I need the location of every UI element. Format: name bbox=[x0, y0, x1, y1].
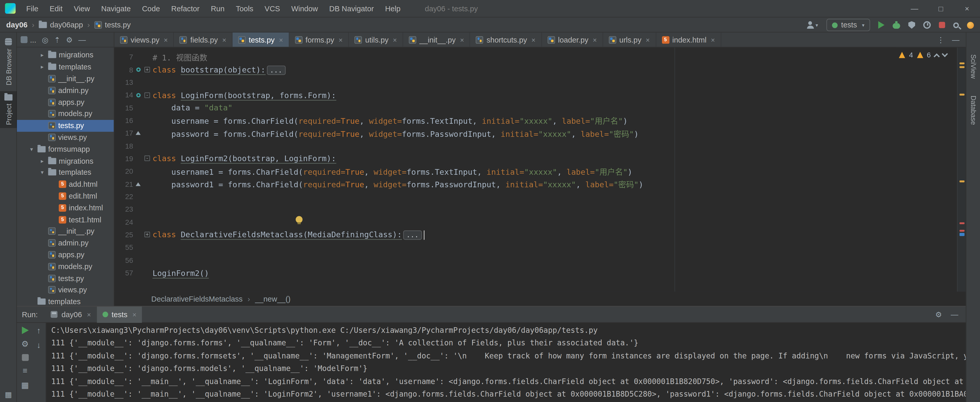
breadcrumb-item[interactable]: DeclarativeFieldsMetaclass bbox=[151, 294, 243, 303]
error-stripe[interactable] bbox=[957, 47, 966, 291]
collapse-all-icon[interactable]: ⇡ bbox=[54, 35, 60, 44]
locate-file-icon[interactable]: ◎ bbox=[42, 35, 48, 44]
tree-item-formsumapp[interactable]: ▾formsumapp bbox=[17, 143, 114, 155]
search-everywhere-icon[interactable] bbox=[953, 22, 959, 28]
project-view-selector[interactable]: ... bbox=[21, 35, 36, 44]
menu-item-navigate[interactable]: Navigate bbox=[95, 0, 136, 17]
run-button[interactable] bbox=[878, 21, 885, 29]
editor-tab-views-py[interactable]: views.py× bbox=[115, 33, 174, 47]
menu-item-tools[interactable]: Tools bbox=[230, 0, 259, 17]
hide-run-panel-icon[interactable]: — bbox=[951, 310, 958, 319]
breadcrumb-item-tests-py[interactable]: tests.py bbox=[94, 20, 130, 29]
code-line[interactable]: 18 bbox=[115, 139, 957, 152]
toolwindow-switcher-icon[interactable]: ▦ bbox=[0, 390, 17, 399]
code-line[interactable]: 13 bbox=[115, 76, 957, 89]
menu-item-code[interactable]: Code bbox=[137, 0, 166, 17]
editor-tab-urls-py[interactable]: urls.py× bbox=[603, 33, 656, 47]
tree-item-init-py[interactable]: __init__.py bbox=[17, 225, 114, 237]
menu-item-view[interactable]: View bbox=[68, 0, 95, 17]
toolwindow-project[interactable]: Project bbox=[0, 91, 17, 128]
settings-icon[interactable]: ⚙ bbox=[66, 35, 73, 44]
collaboration-user-icon[interactable]: ▾ bbox=[806, 21, 818, 29]
update-indicator-icon[interactable] bbox=[967, 22, 974, 28]
code-line[interactable]: 15 data = "data" bbox=[115, 101, 957, 114]
tab-close-icon[interactable]: × bbox=[711, 36, 715, 43]
code-line[interactable]: 20 username1 = forms.CharField(required=… bbox=[115, 165, 957, 178]
run-tab-day06[interactable]: day06× bbox=[45, 306, 96, 322]
code-line[interactable]: 24 bbox=[115, 216, 957, 228]
stop-button[interactable] bbox=[939, 22, 945, 28]
tab-close-icon[interactable]: × bbox=[593, 36, 597, 43]
error-stripe-mark[interactable] bbox=[959, 230, 964, 232]
soft-wrap-icon[interactable]: ≡ bbox=[22, 367, 27, 375]
more-tabs-icon[interactable]: ⋮ bbox=[937, 35, 944, 44]
tab-close-icon[interactable]: × bbox=[164, 36, 168, 43]
editor-tab-fields-py[interactable]: fields.py× bbox=[174, 33, 232, 47]
hide-editor-icon[interactable]: — bbox=[952, 35, 959, 44]
menu-item-refactor[interactable]: Refactor bbox=[166, 0, 205, 17]
run-config-selector[interactable]: tests ▾ bbox=[826, 19, 870, 31]
menu-item-db-navigator[interactable]: DB Navigator bbox=[324, 0, 380, 17]
tab-close-icon[interactable]: × bbox=[393, 36, 397, 43]
inspections-widget[interactable]: 4 6 bbox=[899, 51, 947, 59]
prev-issue-button[interactable] bbox=[934, 53, 940, 59]
tree-item-templates[interactable]: templates bbox=[17, 296, 114, 306]
tab-close-icon[interactable]: × bbox=[87, 311, 91, 318]
tree-item-migrations[interactable]: ▸migrations bbox=[17, 49, 114, 61]
tree-expand-icon[interactable]: ▸ bbox=[39, 158, 46, 164]
code-line[interactable]: 14-class LoginForm(bootstrap, forms.Form… bbox=[115, 89, 957, 101]
pycharm-logo-icon[interactable] bbox=[5, 3, 15, 14]
run-settings-gear-icon[interactable]: ⚙ bbox=[935, 310, 942, 319]
tree-expand-icon[interactable]: ▸ bbox=[39, 52, 46, 58]
tree-item-templates[interactable]: ▾templates bbox=[17, 167, 114, 179]
tree-item-views-py[interactable]: views.py bbox=[17, 131, 114, 143]
tree-item-migrations[interactable]: ▸migrations bbox=[17, 155, 114, 167]
code-line[interactable]: 21 password1 = forms.CharField(required=… bbox=[115, 177, 957, 190]
tab-close-icon[interactable]: × bbox=[222, 36, 226, 43]
coverage-button[interactable] bbox=[908, 21, 915, 29]
editor-tab-loader-py[interactable]: loader.py× bbox=[542, 33, 603, 47]
code-line[interactable]: 55 bbox=[115, 241, 957, 254]
debug-button[interactable] bbox=[892, 23, 900, 28]
code-line[interactable]: 8+class bootstrap(object):... bbox=[115, 63, 957, 76]
code-line[interactable]: 57LoginForm2() bbox=[115, 266, 957, 279]
error-stripe-mark[interactable] bbox=[959, 222, 964, 224]
intention-lightbulb-icon[interactable] bbox=[296, 216, 303, 223]
tree-item-index-html[interactable]: index.html bbox=[17, 202, 114, 214]
tree-item-init-py[interactable]: __init__.py bbox=[17, 73, 114, 85]
close-button[interactable]: × bbox=[954, 0, 980, 17]
tree-item-tests-py[interactable]: tests.py bbox=[17, 272, 114, 284]
code-line[interactable]: 56 bbox=[115, 254, 957, 267]
rerun-button[interactable] bbox=[22, 327, 29, 334]
tree-item-test1-html[interactable]: test1.html bbox=[17, 214, 114, 225]
tree-item-admin-py[interactable]: admin.py bbox=[17, 85, 114, 97]
breadcrumb-item-day06app[interactable]: day06app bbox=[39, 20, 83, 29]
toolwindow-database[interactable]: Database bbox=[966, 92, 980, 128]
code-line[interactable]: 22 bbox=[115, 190, 957, 203]
error-stripe-mark[interactable] bbox=[959, 180, 964, 182]
breadcrumb-item[interactable]: __new__() bbox=[255, 294, 291, 303]
menu-item-help[interactable]: Help bbox=[379, 0, 406, 17]
tree-item-models-py[interactable]: models.py bbox=[17, 261, 114, 272]
fold-toggle-icon[interactable]: - bbox=[143, 92, 151, 98]
menu-item-run[interactable]: Run bbox=[205, 0, 230, 17]
tree-item-admin-py[interactable]: admin.py bbox=[17, 237, 114, 249]
code-line[interactable]: 25+class DeclarativeFieldsMetaclass(Medi… bbox=[115, 228, 957, 241]
code-line[interactable]: 16 username = forms.CharField(required=T… bbox=[115, 114, 957, 127]
tree-item-models-py[interactable]: models.py bbox=[17, 108, 114, 120]
code-editor[interactable]: 7# 1. 视图函数8+class bootstrap(object):...1… bbox=[115, 47, 966, 291]
code-line[interactable]: 23 bbox=[115, 203, 957, 216]
tree-expand-icon[interactable]: ▾ bbox=[28, 146, 35, 152]
tree-item-apps-py[interactable]: apps.py bbox=[17, 249, 114, 261]
code-line[interactable]: 19-class LoginForm2(bootstrap, LoginForm… bbox=[115, 152, 957, 165]
menu-item-window[interactable]: Window bbox=[286, 0, 324, 17]
menu-item-vcs[interactable]: VCS bbox=[259, 0, 286, 17]
tab-close-icon[interactable]: × bbox=[339, 36, 343, 43]
tree-item-views-py[interactable]: views.py bbox=[17, 284, 114, 296]
editor-tab-index-html[interactable]: index.html× bbox=[656, 33, 721, 47]
maximize-button[interactable]: □ bbox=[928, 0, 954, 17]
editor-tab-init-py[interactable]: __init__.py× bbox=[403, 33, 470, 47]
fold-toggle-icon[interactable]: - bbox=[143, 156, 151, 161]
editor-tab-shortcuts-py[interactable]: shortcuts.py× bbox=[470, 33, 542, 47]
breadcrumb-item-day06[interactable]: day06 bbox=[6, 20, 27, 29]
